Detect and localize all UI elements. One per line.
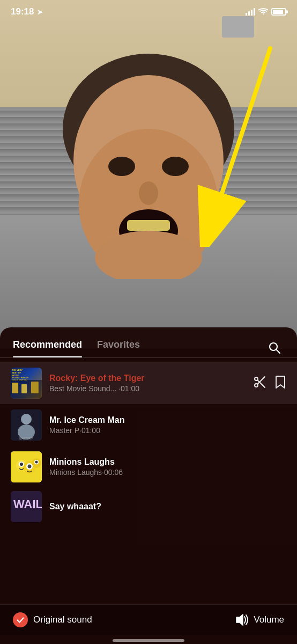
- status-icons: [246, 8, 286, 16]
- rocky-meta: Best Movie Sound... ·01:00: [49, 384, 248, 393]
- status-time-area: 19:18 ➤: [11, 6, 43, 17]
- svg-point-31: [20, 463, 23, 466]
- home-indicator: [113, 639, 184, 642]
- minions-music-info: Minions Laughs Minions Laughs·00:06: [49, 457, 286, 477]
- tabs-bar: Recommended Favorites: [0, 327, 297, 358]
- music-item-minions[interactable]: Minions Laughs Minions Laughs·00:06: [0, 446, 297, 488]
- music-item-rocky[interactable]: THE VERYBEST OFMOVIESOUNDTRACKSGOLD EDIT…: [0, 362, 297, 404]
- wifi-icon: [258, 8, 268, 16]
- album-art-masterp: MASTER P: [11, 409, 42, 441]
- music-selection-panel: Recommended Favorites THE VERYBEST OFMOV…: [0, 327, 297, 644]
- svg-point-3: [108, 157, 135, 176]
- signal-bar-1: [246, 13, 247, 16]
- album-art-rocky: THE VERYBEST OFMOVIESOUNDTRACKSGOLD EDIT…: [11, 368, 42, 399]
- music-item-masterp[interactable]: MASTER P Mr. Ice Cream Man Master P·01:0…: [0, 404, 297, 446]
- signal-bar-4: [254, 8, 255, 16]
- svg-rect-7: [127, 220, 170, 231]
- waila-music-info: Say whaaat?: [49, 502, 286, 511]
- music-item-waila[interactable]: WAIL; Say whaaat?: [0, 488, 297, 525]
- music-list: THE VERYBEST OFMOVIESOUNDTRACKSGOLD EDIT…: [0, 358, 297, 604]
- svg-text:WAIL;: WAIL;: [13, 497, 42, 511]
- search-icon: [268, 341, 281, 354]
- search-button[interactable]: [265, 338, 284, 357]
- svg-point-23: [21, 414, 32, 425]
- rocky-actions: [253, 375, 286, 392]
- check-icon: [13, 612, 28, 627]
- favorites-tab-label: Favorites: [97, 339, 140, 350]
- volume-label: Volume: [254, 614, 284, 625]
- signal-strength-icon: [246, 8, 255, 16]
- bookmark-icon: [274, 375, 286, 389]
- svg-text:MASTER P: MASTER P: [19, 437, 33, 440]
- scissors-icon: [253, 376, 266, 389]
- waila-artwork: WAIL;: [11, 491, 42, 522]
- svg-rect-14: [12, 383, 18, 393]
- tab-favorites[interactable]: Favorites: [97, 339, 140, 357]
- album-art-waila: WAIL;: [11, 491, 42, 522]
- masterp-meta: Master P·01:00: [49, 426, 286, 435]
- svg-rect-15: [21, 384, 27, 393]
- time-display: 19:18: [11, 6, 34, 17]
- masterp-music-info: Mr. Ice Cream Man Master P·01:00: [49, 415, 286, 435]
- volume-icon: [235, 614, 249, 626]
- trim-button[interactable]: [253, 376, 266, 391]
- svg-point-5: [139, 181, 158, 205]
- masterp-artwork: MASTER P: [11, 409, 42, 441]
- minions-title: Minions Laughs: [49, 457, 286, 467]
- checkmark-icon: [17, 617, 24, 623]
- bottom-bar: Original sound Volume: [0, 604, 297, 635]
- svg-rect-16: [31, 382, 39, 393]
- signal-bar-3: [251, 10, 253, 16]
- masterp-title: Mr. Ice Cream Man: [49, 415, 286, 425]
- svg-line-19: [258, 380, 265, 387]
- tab-recommended[interactable]: Recommended: [13, 339, 82, 357]
- album-art-minions: [11, 451, 42, 482]
- camera-background: [0, 0, 297, 349]
- waila-title: Say whaaat?: [49, 502, 286, 511]
- minions-meta: Minions Laughs·00:06: [49, 468, 286, 477]
- signal-bar-2: [248, 11, 250, 16]
- status-bar: 19:18 ➤: [0, 0, 297, 24]
- svg-marker-38: [236, 614, 243, 625]
- original-sound-button[interactable]: Original sound: [13, 612, 92, 627]
- rocky-title: Rocky: Eye of the Tiger: [49, 374, 248, 383]
- rocky-music-info: Rocky: Eye of the Tiger Best Movie Sound…: [49, 374, 248, 393]
- svg-point-4: [162, 157, 189, 176]
- battery-fill: [273, 10, 283, 14]
- minions-artwork: [11, 451, 42, 482]
- svg-point-33: [28, 465, 32, 469]
- original-sound-label: Original sound: [33, 614, 92, 625]
- recommended-tab-label: Recommended: [13, 339, 82, 350]
- location-icon: ➤: [37, 8, 43, 16]
- bookmark-button[interactable]: [274, 375, 286, 392]
- person-face: [52, 54, 245, 279]
- battery-icon: [271, 8, 286, 16]
- svg-line-21: [262, 377, 265, 380]
- svg-point-35: [35, 461, 38, 464]
- svg-line-12: [277, 350, 280, 354]
- volume-button[interactable]: Volume: [235, 614, 284, 626]
